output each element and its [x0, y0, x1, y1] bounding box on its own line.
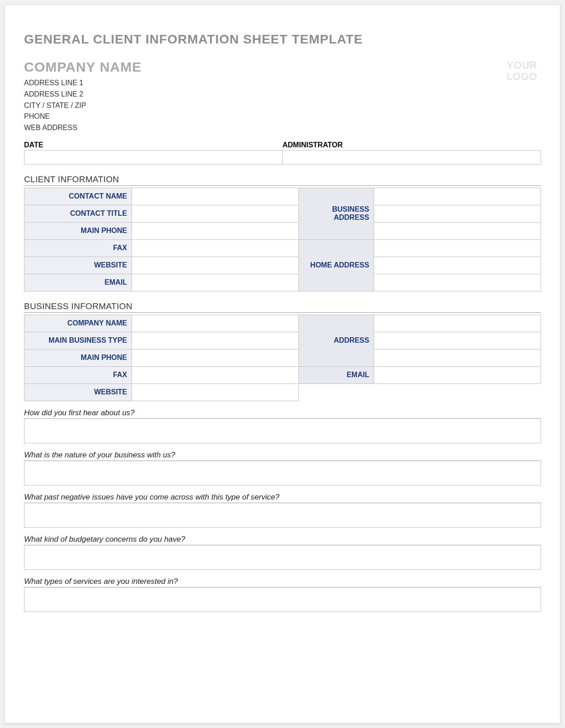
field-website[interactable] [132, 257, 299, 274]
field-email[interactable] [132, 274, 299, 291]
answer-1[interactable] [24, 419, 541, 443]
question-5: What types of services are you intereste… [24, 577, 541, 587]
label-fax: FAX [24, 239, 132, 257]
document-page: GENERAL CLIENT INFORMATION SHEET TEMPLAT… [5, 5, 560, 723]
administrator-field[interactable] [282, 150, 541, 165]
company-block: COMPANY NAME ADDRESS LINE 1 ADDRESS LINE… [24, 59, 141, 134]
answer-4[interactable] [24, 545, 541, 570]
address-line-1: ADDRESS LINE 1 [24, 78, 141, 89]
field-business-address-1[interactable] [374, 188, 541, 205]
field-biz-address-3[interactable] [374, 349, 541, 366]
label-website: WEBSITE [24, 257, 132, 274]
date-field[interactable] [24, 150, 282, 165]
administrator-label: ADMINISTRATOR [282, 141, 541, 150]
label-main-phone: MAIN PHONE [24, 222, 132, 239]
label-email: EMAIL [24, 274, 132, 291]
logo-placeholder: YOUR LOGO [507, 59, 537, 83]
field-biz-address-2[interactable] [374, 332, 541, 349]
answer-2[interactable] [24, 461, 541, 485]
label-business-address: BUSINESS ADDRESS [299, 188, 374, 239]
label-biz-website: WEBSITE [24, 383, 132, 401]
company-web: WEB ADDRESS [24, 122, 141, 134]
label-biz-fax: FAX [24, 366, 132, 383]
label-home-address: HOME ADDRESS [299, 239, 374, 291]
label-biz-main-phone: MAIN PHONE [24, 349, 132, 366]
document-title: GENERAL CLIENT INFORMATION SHEET TEMPLAT… [24, 32, 541, 47]
client-info-table: CONTACT NAME BUSINESS ADDRESS CONTACT TI… [24, 188, 541, 291]
logo-line-1: YOUR [507, 59, 537, 71]
field-main-business-type[interactable] [132, 332, 299, 349]
business-info-heading: BUSINESS INFORMATION [24, 301, 541, 313]
field-biz-website[interactable] [132, 383, 299, 401]
field-home-address-3[interactable] [374, 274, 541, 291]
question-4: What kind of budgetary concerns do you h… [24, 535, 541, 545]
field-main-phone[interactable] [132, 222, 299, 239]
field-home-address-2[interactable] [374, 257, 541, 274]
field-business-address-3[interactable] [374, 222, 541, 239]
label-biz-email: EMAIL [299, 366, 374, 383]
header-row: COMPANY NAME ADDRESS LINE 1 ADDRESS LINE… [24, 59, 541, 134]
label-main-business-type: MAIN BUSINESS TYPE [24, 332, 132, 349]
field-home-address-1[interactable] [374, 239, 541, 257]
client-info-heading: CLIENT INFORMATION [24, 175, 541, 186]
question-2: What is the nature of your business with… [24, 451, 541, 461]
city-state-zip: CITY / STATE / ZIP [24, 100, 141, 112]
company-address-lines: ADDRESS LINE 1 ADDRESS LINE 2 CITY / STA… [24, 78, 141, 134]
label-contact-title: CONTACT TITLE [24, 205, 132, 222]
question-3: What past negative issues have you come … [24, 493, 541, 503]
date-admin-row: DATE ADMINISTRATOR [24, 141, 541, 165]
field-fax[interactable] [132, 239, 299, 257]
answer-3[interactable] [24, 503, 541, 528]
field-biz-address-1[interactable] [374, 315, 541, 332]
field-biz-fax[interactable] [132, 366, 299, 383]
answer-5[interactable] [24, 587, 541, 612]
question-1: How did you first hear about us? [24, 408, 541, 419]
company-name: COMPANY NAME [24, 59, 141, 75]
empty-cell [374, 383, 541, 401]
field-biz-main-phone[interactable] [132, 349, 299, 366]
address-line-2: ADDRESS LINE 2 [24, 89, 141, 100]
field-contact-name[interactable] [132, 188, 299, 205]
label-contact-name: CONTACT NAME [24, 188, 132, 205]
logo-line-2: LOGO [507, 71, 537, 82]
label-biz-address: ADDRESS [299, 315, 374, 366]
field-business-address-2[interactable] [374, 205, 541, 222]
empty-cell [299, 383, 374, 401]
field-biz-company-name[interactable] [132, 315, 299, 332]
label-biz-company-name: COMPANY NAME [24, 315, 132, 332]
field-biz-email[interactable] [374, 366, 541, 383]
business-info-table: COMPANY NAME ADDRESS MAIN BUSINESS TYPE … [24, 315, 541, 401]
date-label: DATE [24, 141, 282, 150]
field-contact-title[interactable] [132, 205, 299, 222]
company-phone: PHONE [24, 111, 141, 122]
